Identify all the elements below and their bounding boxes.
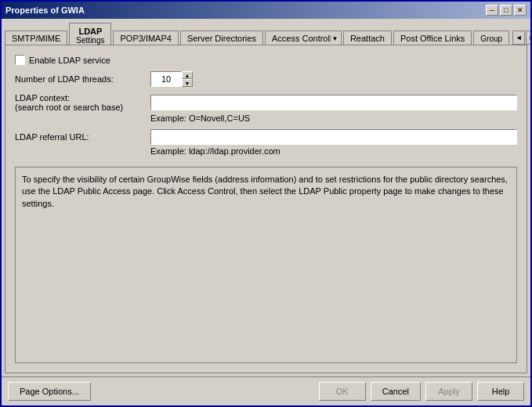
tab-server-directories[interactable]: Server Directories <box>180 31 263 45</box>
close-icon: ✕ <box>517 6 523 14</box>
enable-ldap-row: Enable LDAP service <box>15 55 517 65</box>
context-input[interactable] <box>150 95 517 110</box>
referral-row: LDAP referral URL: <box>15 129 517 145</box>
tab-nav-right[interactable]: ► <box>526 31 530 45</box>
minimize-button[interactable]: ─ <box>486 5 498 16</box>
enable-ldap-label: Enable LDAP service <box>29 56 110 65</box>
access-control-dropdown-arrow[interactable]: ▼ <box>330 35 339 42</box>
spinner-down-button[interactable]: ▼ <box>182 79 193 87</box>
tab-nav-left[interactable]: ◄ <box>512 31 525 45</box>
threads-row: Number of LDAP threads: ▲ ▼ <box>15 71 517 87</box>
minimize-icon: ─ <box>490 6 494 14</box>
threads-label: Number of LDAP threads: <box>15 74 144 84</box>
referral-section: LDAP referral URL: Example: ldap://ldap.… <box>15 129 517 156</box>
tab-nav-arrows: ◄ ► <box>512 31 530 45</box>
context-label: LDAP context: <box>15 93 144 103</box>
main-window: Properties of GWIA ─ □ ✕ SMTP/MIME LDAP … <box>0 0 532 407</box>
page-options-button[interactable]: Page Options... <box>8 382 91 401</box>
tab-smtp-mime[interactable]: SMTP/MIME <box>5 31 67 45</box>
spinner-buttons: ▲ ▼ <box>182 71 193 87</box>
referral-example: Example: ldap://ldap.provider.com <box>150 146 517 156</box>
help-button[interactable]: Help <box>477 382 524 401</box>
ok-button[interactable]: OK <box>319 382 366 401</box>
apply-button[interactable]: Apply <box>425 382 472 401</box>
referral-label: LDAP referral URL: <box>15 132 144 142</box>
title-bar: Properties of GWIA ─ □ ✕ <box>2 2 530 19</box>
bottom-right-buttons: OK Cancel Apply Help <box>319 382 524 401</box>
window-title: Properties of GWIA <box>5 5 85 15</box>
context-section: LDAP context: (search root or search bas… <box>15 93 517 123</box>
cancel-button[interactable]: Cancel <box>371 382 421 401</box>
context-label-group: LDAP context: (search root or search bas… <box>15 93 144 112</box>
tab-ldap[interactable]: LDAP Settings <box>69 23 111 45</box>
tab-post-office-links[interactable]: Post Office Links <box>393 31 472 45</box>
nav-left-icon: ◄ <box>516 34 523 41</box>
spinner-down-icon: ▼ <box>185 81 190 86</box>
content-area: Enable LDAP service Number of LDAP threa… <box>5 45 527 373</box>
tab-pop3-imap4[interactable]: POP3/IMAP4 <box>113 31 178 45</box>
spinner-up-icon: ▲ <box>185 73 190 78</box>
info-box-text: To specify the visibility of certain Gro… <box>22 175 508 208</box>
title-bar-controls: ─ □ ✕ <box>486 5 527 16</box>
tabs-container: SMTP/MIME LDAP Settings POP3/IMAP4 Serve… <box>2 19 530 45</box>
context-sublabel: (search root or search base) <box>15 103 144 112</box>
context-row: LDAP context: (search root or search bas… <box>15 93 517 112</box>
enable-ldap-checkbox[interactable] <box>15 55 25 65</box>
close-button[interactable]: ✕ <box>514 5 527 16</box>
info-box: To specify the visibility of certain Gro… <box>15 167 517 363</box>
tab-access-control[interactable]: Access Control ▼ <box>265 31 342 45</box>
threads-spinner: ▲ ▼ <box>150 71 193 87</box>
tab-group[interactable]: Group <box>473 31 509 45</box>
maximize-button[interactable]: □ <box>500 5 512 16</box>
context-example: Example: O=Novell,C=US <box>150 113 517 123</box>
referral-input[interactable] <box>150 129 517 145</box>
nav-right-icon: ► <box>529 34 530 41</box>
bottom-bar: Page Options... OK Cancel Apply Help <box>2 376 530 405</box>
maximize-icon: □ <box>504 6 508 14</box>
spinner-up-button[interactable]: ▲ <box>182 71 193 79</box>
threads-input[interactable] <box>150 71 182 87</box>
tab-reattach[interactable]: Reattach <box>343 31 392 45</box>
